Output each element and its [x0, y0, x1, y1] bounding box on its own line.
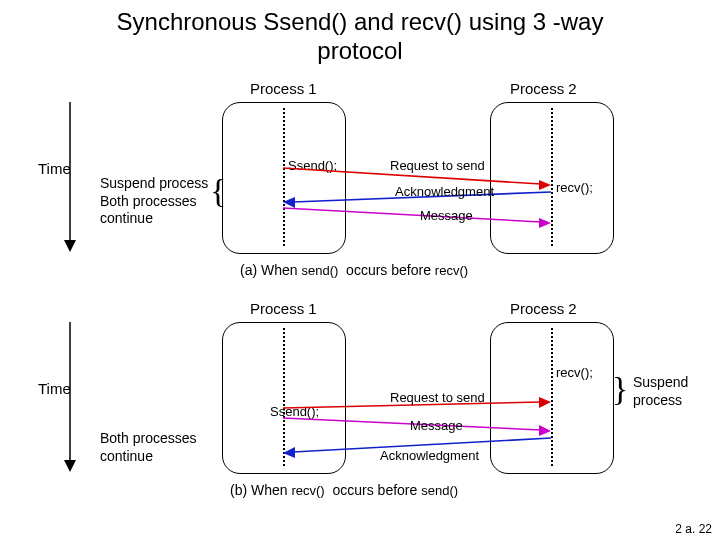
- time-axis-b: [60, 322, 80, 472]
- msg-label-b: Message: [410, 418, 463, 433]
- scenario-a: Process 1 Process 2 Time Suspend process…: [0, 80, 720, 290]
- caption-a: (a) When send() occurs before recv(): [240, 262, 468, 278]
- process1-label-b: Process 1: [250, 300, 317, 317]
- caption-b: (b) When recv() occurs before send(): [230, 482, 458, 498]
- time-label-b: Time: [38, 380, 71, 397]
- time-axis-a: [60, 102, 80, 252]
- svg-marker-13: [539, 425, 551, 436]
- req-label-a: Request to send: [390, 158, 485, 173]
- page-title: Synchronous Ssend() and recv() using 3 -…: [0, 0, 720, 66]
- both-continue-text-a: Both processes continue: [100, 193, 197, 227]
- title-line2: protocol: [317, 37, 402, 64]
- recv-label-b: recv();: [556, 365, 593, 380]
- msg-label-a: Message: [420, 208, 473, 223]
- recv-label-a: recv();: [556, 180, 593, 195]
- cap-b-3: occurs before: [329, 482, 422, 498]
- cap-a-1: (a) When: [240, 262, 301, 278]
- cap-a-4: recv(): [435, 263, 468, 278]
- cap-a-3: occurs before: [342, 262, 435, 278]
- process2-label-a: Process 2: [510, 80, 577, 97]
- process1-label-a: Process 1: [250, 80, 317, 97]
- req-label-b: Request to send: [390, 390, 485, 405]
- brace-b: }: [612, 372, 628, 406]
- suspend-process-text-b: Suspend process: [633, 374, 688, 408]
- svg-marker-9: [64, 460, 76, 472]
- suspend-b: Suspend process: [633, 374, 713, 409]
- page-footer: 2 a. 22: [675, 522, 712, 536]
- cap-b-1: (b) When: [230, 482, 291, 498]
- side-note-a: Suspend process Both processes continue: [100, 175, 215, 228]
- brace-a: {: [210, 174, 226, 208]
- cap-b-2: recv(): [291, 483, 324, 498]
- svg-marker-5: [283, 197, 295, 208]
- cap-b-4: send(): [421, 483, 458, 498]
- cap-a-2: send(): [301, 263, 338, 278]
- ack-label-b: Acknowledgment: [380, 448, 479, 463]
- svg-marker-1: [64, 240, 76, 252]
- ack-label-a: Acknowledgment: [395, 184, 494, 199]
- process2-label-b: Process 2: [510, 300, 577, 317]
- svg-marker-11: [539, 397, 551, 408]
- svg-marker-3: [539, 180, 551, 190]
- time-label-a: Time: [38, 160, 71, 177]
- svg-marker-7: [539, 218, 551, 228]
- both-continue-b: Both processes continue: [100, 430, 215, 465]
- svg-line-6: [283, 208, 541, 222]
- scenario-b: Process 1 Process 2 Time Both processes …: [0, 300, 720, 515]
- suspend-process-text-a: Suspend process: [100, 175, 208, 191]
- arrows-a: [283, 110, 553, 250]
- svg-marker-15: [283, 447, 295, 458]
- title-line1: Synchronous Ssend() and recv() using 3 -…: [117, 8, 604, 35]
